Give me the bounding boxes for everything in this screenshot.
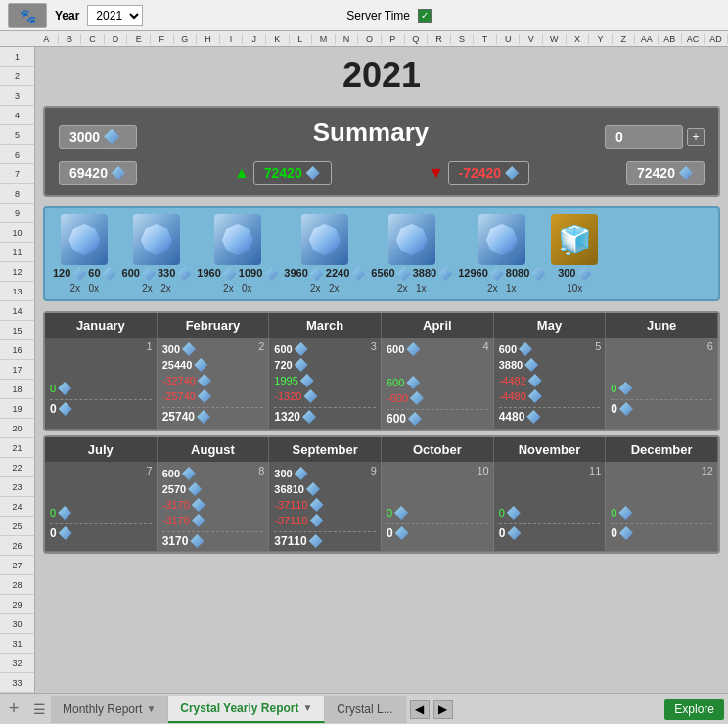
summary-gain: 72420 — [253, 161, 332, 185]
crystal-icon-gain — [306, 166, 320, 180]
sheet-menu-button[interactable]: ☰ — [27, 696, 51, 723]
cal-feb-spend: -25740 — [162, 389, 264, 403]
cal-sep-entry1: 300 — [274, 467, 376, 480]
cal-mar: 3 600 720 1995 -1320 1320 — [269, 338, 382, 430]
cal-may-entry1: 600 — [499, 342, 601, 356]
cal-mar-total: 1320 — [274, 407, 376, 424]
cal-nov-total: 0 — [499, 523, 601, 540]
crystal-icon-spend — [505, 166, 519, 180]
cal-may-gain: -4482 — [499, 374, 601, 387]
add-sheet-button[interactable]: + — [0, 696, 27, 723]
cal-mar-entry2: 720 — [274, 358, 376, 372]
tab-navigation: ◀ ▶ — [410, 700, 453, 719]
cal-jan-total: 0 — [50, 399, 152, 416]
cal-may-entry2: 3880 — [499, 358, 601, 372]
tab-arrow-2: ▼ — [302, 702, 312, 713]
summary-spend: -72420 — [448, 161, 530, 185]
cal-jun: 6 0 0 — [606, 338, 718, 430]
calendar-grid-1: January February March April May June 1 … — [43, 311, 720, 431]
item-icon-special: 🧊 — [551, 214, 598, 265]
crystal-icon-bl — [112, 166, 125, 180]
cal-apr-total: 600 — [387, 409, 488, 426]
cal-aug-spend: -3170 — [162, 514, 264, 527]
toolbar: 🐾 Year 2021 Server Time ✓ — [0, 0, 728, 31]
cal-oct-val: 0 — [387, 506, 488, 520]
calendar-grid-2: July August September October November D… — [43, 435, 720, 554]
cal-apr-spend: -600 — [387, 391, 488, 405]
explore-button[interactable]: Explore — [664, 699, 724, 720]
item-card-2: 600 330 2x 2x — [122, 214, 192, 294]
item-card-5: 6560 3880 2x 1x — [371, 214, 452, 294]
month-december: December — [606, 437, 718, 462]
tab-arrow-1: ▼ — [146, 703, 156, 714]
row-numbers: 123 456 789 101112 131415 161718 192021 … — [0, 47, 35, 693]
cal-mar-gain: 1995 — [274, 374, 376, 387]
cal-jan: 1 0 0 — [45, 338, 158, 430]
cal-jul-total: 0 — [50, 523, 152, 540]
cal-aug-gain: -3170 — [162, 498, 264, 512]
cal-aug-entry2: 2570 — [162, 482, 264, 496]
summary-total-crystals: 69420 — [59, 161, 137, 185]
month-july: July — [45, 437, 158, 462]
calendar-body-1: 1 0 0 2 300 25440 -32740 -25740 25740 — [45, 338, 718, 430]
cal-oct: 10 0 0 — [382, 462, 494, 552]
cal-jun-total: 0 — [611, 399, 712, 416]
item-icon-5 — [388, 214, 435, 265]
bottom-bar: + ☰ Monthly Report ▼ Crystal Yearly Repo… — [0, 693, 728, 724]
month-may: May — [494, 313, 607, 338]
month-october: October — [382, 437, 494, 462]
cal-dec-total: 0 — [611, 523, 712, 540]
gain-arrow: ▲ — [234, 164, 250, 182]
summary-top-right: 0 — [605, 125, 683, 149]
month-march: March — [269, 313, 382, 338]
cal-aug-total: 3170 — [162, 531, 264, 548]
item-icon-4 — [301, 214, 348, 265]
cal-jan-val: 0 — [50, 382, 152, 395]
cal-jul-val: 0 — [50, 506, 152, 520]
cal-feb-entry2: 25440 — [162, 358, 264, 372]
spreadsheet-body: 123 456 789 101112 131415 161718 192021 … — [0, 47, 728, 693]
cal-dec: 12 0 0 — [606, 462, 718, 552]
cal-sep-total: 37110 — [274, 531, 376, 548]
month-september: September — [269, 437, 382, 462]
tab-next-button[interactable]: ▶ — [433, 700, 453, 719]
cal-feb-total: 25740 — [162, 407, 264, 424]
year-display: 2021 — [43, 55, 720, 96]
main-content: 2021 3000 Summary 0 + 69420 — [35, 47, 728, 693]
server-time-checkbox[interactable]: ✓ — [418, 9, 432, 23]
items-row: 120 60 2x 0x 600 330 2x 2x — [43, 206, 720, 301]
cal-mar-spend: -1320 — [274, 389, 376, 403]
month-february: February — [158, 313, 270, 338]
cal-nov-val: 0 — [499, 506, 601, 520]
cal-may-spend: -4480 — [499, 389, 601, 403]
cal-sep-entry2: 36810 — [274, 482, 376, 496]
cal-apr-gain: 600 — [387, 376, 488, 389]
item-icon-1 — [61, 214, 108, 265]
item-icon-6 — [478, 214, 525, 265]
item-card-6: 12960 8080 2x 1x — [458, 214, 545, 294]
cal-feb: 2 300 25440 -32740 -25740 25740 — [158, 338, 270, 430]
tab-monthly-report[interactable]: Monthly Report ▼ — [51, 696, 168, 723]
cal-sep-gain: -37110 — [274, 498, 376, 512]
item-card-7: 🧊 300 10x — [551, 214, 598, 294]
year-select[interactable]: 2021 — [87, 5, 143, 26]
cal-aug: 8 600 2570 -3170 -3170 3170 — [158, 462, 270, 552]
tab-prev-button[interactable]: ◀ — [410, 700, 430, 719]
tab-crystal-l[interactable]: Crystal L... — [325, 696, 405, 723]
cal-jul: 7 0 0 — [45, 462, 158, 552]
logo-icon[interactable]: 🐾 — [8, 3, 47, 28]
calendar-body-2: 7 0 0 8 600 2570 -3170 -3170 3170 9 — [45, 462, 718, 552]
cal-nov: 11 0 0 — [494, 462, 607, 552]
server-time-label: Server Time — [346, 9, 410, 23]
month-november: November — [494, 437, 607, 462]
month-january: January — [45, 313, 158, 338]
watermark: HoYoLAB@Yippy — [557, 662, 718, 685]
cal-apr: 4 600 600 -600 600 — [382, 338, 494, 430]
cal-mar-entry1: 600 — [274, 342, 376, 356]
item-card-1: 120 60 2x 0x — [53, 214, 116, 294]
item-icon-3 — [214, 214, 261, 265]
plus-button[interactable]: + — [687, 128, 705, 146]
tab-crystal-yearly[interactable]: Crystal Yearly Report ▼ — [168, 696, 325, 723]
cal-feb-entry1: 300 — [162, 342, 264, 356]
calendar-header-2: July August September October November D… — [45, 437, 718, 462]
